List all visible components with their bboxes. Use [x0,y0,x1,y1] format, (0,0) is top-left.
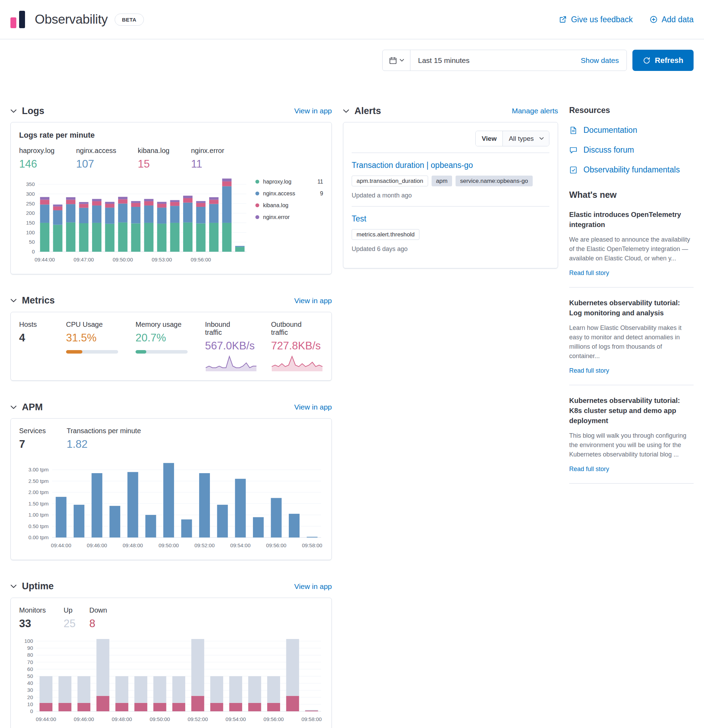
alert-badge: metrics.alert.threshold [352,229,420,240]
logs-collapse-chevron-icon[interactable] [10,109,17,113]
cpu-progress-bar [66,350,118,354]
svg-text:250: 250 [26,200,35,206]
svg-text:1.50 tpm: 1.50 tpm [29,501,49,507]
logs-stats-row: haproxy.log 146 nginx.access 107 kibana.… [19,147,323,170]
alerts-collapse-chevron-icon[interactable] [343,109,349,113]
plus-circle-icon [649,15,658,24]
header-links: Give us feedback Add data [559,15,694,25]
uptime-collapse-chevron-icon[interactable] [10,584,17,588]
overview-content: Logs View in app Logs rate per minute ha… [0,104,704,728]
chevron-down-icon [400,59,404,62]
manage-alerts-link[interactable]: Manage alerts [512,107,558,115]
legend-item-kibana[interactable]: kibana.log [255,202,323,209]
external-link-icon [559,15,567,24]
calendar-icon [389,56,397,65]
alert-title-link[interactable]: Test [352,214,366,224]
alerts-view-select[interactable]: View All types [475,131,550,146]
svg-text:100: 100 [26,229,35,235]
discuss-forum-link[interactable]: Discuss forum [569,145,694,155]
read-full-story-link[interactable]: Read full story [569,367,609,374]
apm-collapse-chevron-icon[interactable] [10,405,17,409]
legend-item-nginx-error[interactable]: nginx.error [255,214,323,220]
metric-hosts: Hosts 4 [19,321,66,372]
alerts-panel: View All types Transaction duration | op… [343,122,558,269]
metrics-collapse-chevron-icon[interactable] [10,299,17,302]
logs-stat-nginx-error: nginx.error 11 [191,147,225,170]
svg-text:09:58:00: 09:58:00 [302,542,322,548]
uptime-stat-up: Up 25 [63,606,89,630]
svg-text:80: 80 [27,652,33,658]
page-title: Observability [35,12,108,27]
svg-text:0: 0 [32,248,35,254]
alert-title-link[interactable]: Transaction duration | opbeans-go [352,160,473,170]
apm-stat-transactions: Transactions per minute 1.82 [67,427,141,451]
fundamentals-link[interactable]: Observability fundamentals [569,165,694,175]
documentation-link[interactable]: Documentation [569,126,694,135]
apm-stat-services: Services 7 [19,427,46,451]
svg-text:70: 70 [27,659,33,665]
svg-text:0: 0 [30,708,33,714]
uptime-panel: Monitors 33 Up 25 Down 8 010203040506070… [10,598,332,728]
uptime-view-in-app-link[interactable]: View in app [294,582,332,591]
svg-text:10: 10 [27,701,33,707]
quick-select-button[interactable] [382,50,410,71]
alert-updated: Updated a month ago [352,192,550,199]
logs-stat-nginx-access: nginx.access 107 [76,147,117,170]
fundamentals-icon [569,166,577,174]
logs-chart-legend: haproxy.log 11 nginx.access 9 kibana.log [255,173,323,226]
show-dates-link[interactable]: Show dates [581,50,626,71]
svg-text:09:54:00: 09:54:00 [225,716,246,722]
uptime-stat-down: Down 8 [89,606,107,630]
svg-text:40: 40 [27,680,33,686]
date-picker: Last 15 minutes Show dates [382,50,627,71]
svg-text:1.00 tpm: 1.00 tpm [29,512,49,518]
article-excerpt: We are pleased to announce the availabil… [569,235,694,263]
metrics-section: Metrics View in app Hosts 4 CPU Usage 31… [10,294,332,381]
svg-text:09:53:00: 09:53:00 [151,257,172,263]
whats-new-title: What's new [569,190,694,200]
svg-text:09:48:00: 09:48:00 [112,716,132,722]
alerts-list: Transaction duration | opbeans-go apm.tr… [352,153,550,260]
news-article: Elastic introduces OpenTelemetry integra… [569,209,694,287]
logs-stat-haproxy: haproxy.log 146 [19,147,55,170]
svg-text:60: 60 [27,666,33,672]
beta-badge: BETA [115,14,144,26]
legend-dot [255,215,259,219]
svg-text:09:56:00: 09:56:00 [263,716,284,722]
metrics-view-in-app-link[interactable]: View in app [294,296,332,305]
app-header: Observability BETA Give us feedback Add … [0,0,704,39]
svg-text:09:52:00: 09:52:00 [194,542,214,548]
logs-view-in-app-link[interactable]: View in app [294,107,332,115]
uptime-section: Uptime View in app Monitors 33 Up 25 Dow… [10,579,332,728]
legend-dot [255,204,259,207]
legend-item-haproxy[interactable]: haproxy.log 11 [255,179,323,185]
legend-dot [255,180,259,183]
feedback-link-label: Give us feedback [571,15,633,25]
add-data-link[interactable]: Add data [649,15,694,25]
feedback-link[interactable]: Give us feedback [559,15,633,25]
svg-text:09:50:00: 09:50:00 [150,716,170,722]
svg-text:09:46:00: 09:46:00 [87,542,107,548]
svg-text:300: 300 [26,191,35,196]
svg-text:100: 100 [25,638,33,644]
legend-item-nginx-access[interactable]: nginx.access 9 [255,191,323,197]
read-full-story-link[interactable]: Read full story [569,269,609,276]
memory-progress-bar [136,350,188,354]
metric-memory-usage: Memory usage 20.7% [136,321,205,372]
alert-updated: Updated 6 days ago [352,246,550,253]
svg-text:09:52:00: 09:52:00 [188,716,208,722]
time-range-value[interactable]: Last 15 minutes [410,50,581,71]
alert-badge: apm.transaction_duration [352,176,428,186]
refresh-button[interactable]: Refresh [632,50,694,71]
alerts-section: Alerts Manage alerts View All types [343,104,558,269]
view-select-label: View [476,131,503,146]
apm-view-in-app-link[interactable]: View in app [294,403,332,411]
apm-section-title: APM [22,402,43,413]
chat-icon [569,146,577,155]
read-full-story-link[interactable]: Read full story [569,465,609,472]
view-select-value: All types [509,135,534,143]
news-article: Kubernetes observability tutorial: Log m… [569,298,694,385]
svg-text:50: 50 [27,673,33,679]
metrics-section-title: Metrics [22,295,55,306]
svg-text:09:44:00: 09:44:00 [51,542,71,548]
